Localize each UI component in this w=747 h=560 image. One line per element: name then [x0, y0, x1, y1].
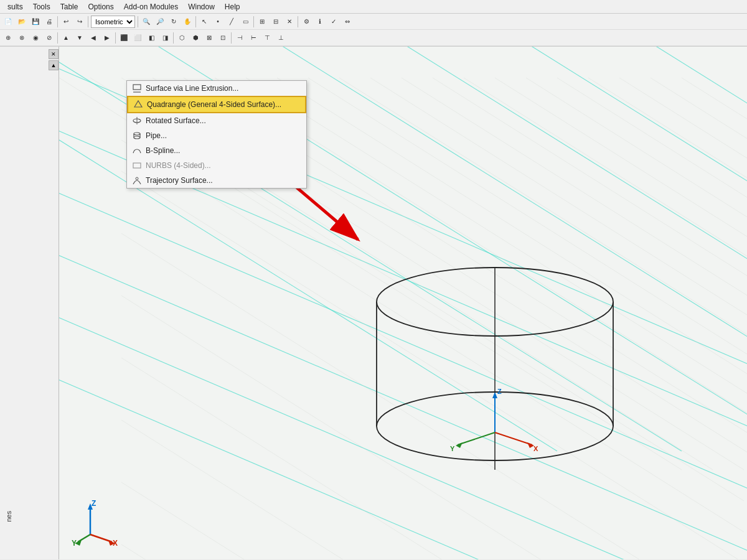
sep-6: [298, 16, 298, 27]
main-layout: ✕ ▲ nes: [0, 47, 747, 559]
toolbar2-btn-19[interactable]: ⊤: [260, 31, 274, 45]
toolbar2-btn-20[interactable]: ⊥: [274, 31, 288, 45]
toolbar2-btn-1[interactable]: ⊕: [1, 31, 15, 45]
menu-item-quadrangle-label: Quadrangle (General 4-Sided Surface)...: [147, 100, 281, 109]
toolbar-btn-rotate[interactable]: ↻: [167, 15, 181, 29]
quadrangle-icon: [133, 100, 143, 110]
surface-line-extrusion-icon: [132, 83, 142, 93]
toolbar-btn-select[interactable]: ↖: [197, 15, 211, 29]
nurbs-icon: [132, 161, 142, 170]
menu-help[interactable]: Help: [220, 1, 245, 12]
toolbar-btn-zoom-in[interactable]: 🔍: [139, 15, 153, 29]
menu-results[interactable]: sults: [2, 1, 28, 12]
viewport[interactable]: Z X Y: [59, 47, 747, 559]
toolbar2-btn-17[interactable]: ⊣: [233, 31, 247, 45]
toolbar-btn-info[interactable]: ℹ: [313, 15, 327, 29]
toolbar2-btn-7[interactable]: ◀: [87, 31, 100, 45]
toolbar2-btn-4[interactable]: ⊘: [42, 31, 56, 45]
menu-item-surface-line-extrusion[interactable]: Surface via Line Extrusion...: [127, 81, 306, 96]
sep-2: [88, 16, 88, 27]
menubar: sults Tools Table Options Add-on Modules…: [0, 0, 747, 14]
menu-item-bspline[interactable]: B-Spline...: [127, 143, 306, 158]
svg-rect-70: [133, 163, 141, 168]
toolbar-btn-open[interactable]: 📂: [15, 15, 29, 29]
svg-rect-61: [133, 85, 141, 90]
panel-label: nes: [5, 511, 12, 522]
toolbar2-btn-16[interactable]: ⊡: [216, 31, 230, 45]
svg-point-67: [134, 136, 140, 139]
svg-text:X: X: [533, 445, 538, 452]
svg-text:Y: Y: [450, 445, 455, 452]
rotated-surface-icon: [132, 116, 142, 126]
sep-1: [57, 16, 58, 27]
toolbar2-btn-10[interactable]: ⬜: [131, 31, 144, 45]
menu-item-pipe[interactable]: Pipe...: [127, 128, 306, 143]
panel-controls: ✕ ▲: [49, 49, 59, 70]
toolbar-container: 📄 📂 💾 🖨 ↩ ↪ Isometric 🔍 🔎 ↻ ✋ ↖ • ╱ ▭ ⊞ …: [0, 14, 747, 47]
sep-8: [115, 32, 116, 44]
menu-tools[interactable]: Tools: [28, 1, 55, 12]
menu-options[interactable]: Options: [83, 1, 118, 12]
toolbar2-btn-6[interactable]: ▼: [73, 31, 87, 45]
bspline-icon: [132, 146, 142, 156]
pipe-icon: [132, 131, 142, 141]
toolbar2-btn-11[interactable]: ◧: [144, 31, 158, 45]
menu-item-quadrangle[interactable]: Quadrangle (General 4-Sided Surface)...: [127, 96, 306, 113]
svg-text:Z: Z: [497, 388, 502, 395]
toolbar2-btn-9[interactable]: ⬛: [117, 31, 131, 45]
panel-close-btn[interactable]: ✕: [49, 49, 59, 59]
svg-point-71: [136, 177, 138, 180]
sep-9: [173, 32, 174, 44]
menu-table[interactable]: Table: [55, 1, 83, 12]
toolbar2-btn-13[interactable]: ⬡: [175, 31, 189, 45]
sep-4: [195, 16, 196, 27]
sep-10: [231, 32, 232, 44]
menu-item-surface-line-extrusion-label: Surface via Line Extrusion...: [146, 84, 238, 93]
toolbar-btn-mesh[interactable]: ⊞: [255, 15, 269, 29]
toolbar-btn-line[interactable]: ╱: [225, 15, 238, 29]
menu-item-rotated-surface-label: Rotated Surface...: [146, 116, 206, 125]
sep-7: [57, 32, 58, 44]
view-dropdown[interactable]: Isometric: [91, 16, 135, 28]
toolbar2-btn-12[interactable]: ◨: [158, 31, 172, 45]
menu-window[interactable]: Window: [183, 1, 220, 12]
left-panel: ✕ ▲ nes: [0, 47, 59, 559]
menu-item-nurbs: NURBS (4-Sided)...: [127, 158, 306, 173]
toolbar-btn-redo[interactable]: ↪: [73, 15, 87, 29]
dropdown-menu: Surface via Line Extrusion... Quadrangle…: [126, 80, 307, 189]
toolbar2-btn-2[interactable]: ⊗: [15, 31, 29, 45]
toolbar2-btn-3[interactable]: ◉: [29, 31, 42, 45]
menu-item-trajectory[interactable]: Trajectory Surface...: [127, 173, 306, 188]
sep-5: [253, 16, 254, 27]
menu-item-nurbs-label: NURBS (4-Sided)...: [146, 161, 211, 170]
svg-point-66: [134, 133, 140, 135]
sep-3: [138, 16, 138, 27]
toolbar-btn-vertex[interactable]: •: [211, 15, 225, 29]
toolbar2-btn-18[interactable]: ⊢: [247, 31, 260, 45]
panel-collapse-btn[interactable]: ▲: [49, 60, 59, 70]
toolbar2-btn-14[interactable]: ⬢: [189, 31, 202, 45]
svg-marker-63: [134, 101, 142, 107]
toolbar-btn-undo[interactable]: ↩: [59, 15, 73, 29]
toolbar2-btn-15[interactable]: ⊠: [202, 31, 216, 45]
toolbar-btn-new[interactable]: 📄: [1, 15, 15, 29]
menu-item-pipe-label: Pipe...: [146, 131, 167, 140]
toolbar-btn-surface[interactable]: ▭: [238, 15, 252, 29]
menu-item-trajectory-label: Trajectory Surface...: [146, 176, 213, 185]
toolbar-1: 📄 📂 💾 🖨 ↩ ↪ Isometric 🔍 🔎 ↻ ✋ ↖ • ╱ ▭ ⊞ …: [0, 14, 747, 30]
toolbar-btn-check[interactable]: ✓: [327, 15, 341, 29]
toolbar2-btn-8[interactable]: ▶: [100, 31, 114, 45]
toolbar-2: ⊕ ⊗ ◉ ⊘ ▲ ▼ ◀ ▶ ⬛ ⬜ ◧ ◨ ⬡ ⬢ ⊠ ⊡ ⊣ ⊢ ⊤ ⊥: [0, 30, 747, 46]
menu-item-bspline-label: B-Spline...: [146, 146, 180, 155]
toolbar-btn-zoom-out[interactable]: 🔎: [153, 15, 167, 29]
toolbar-btn-dims[interactable]: ⇔: [341, 15, 354, 29]
toolbar-btn-print[interactable]: 🖨: [42, 15, 56, 29]
menu-addon[interactable]: Add-on Modules: [119, 1, 183, 12]
toolbar2-btn-5[interactable]: ▲: [59, 31, 73, 45]
menu-item-rotated-surface[interactable]: Rotated Surface...: [127, 113, 306, 128]
toolbar-btn-pan[interactable]: ✋: [181, 15, 194, 29]
toolbar-btn-fea[interactable]: ⊟: [269, 15, 283, 29]
toolbar-btn-save[interactable]: 💾: [29, 15, 42, 29]
toolbar-btn-prop[interactable]: ⚙: [299, 15, 313, 29]
toolbar-btn-delete[interactable]: ✕: [283, 15, 296, 29]
